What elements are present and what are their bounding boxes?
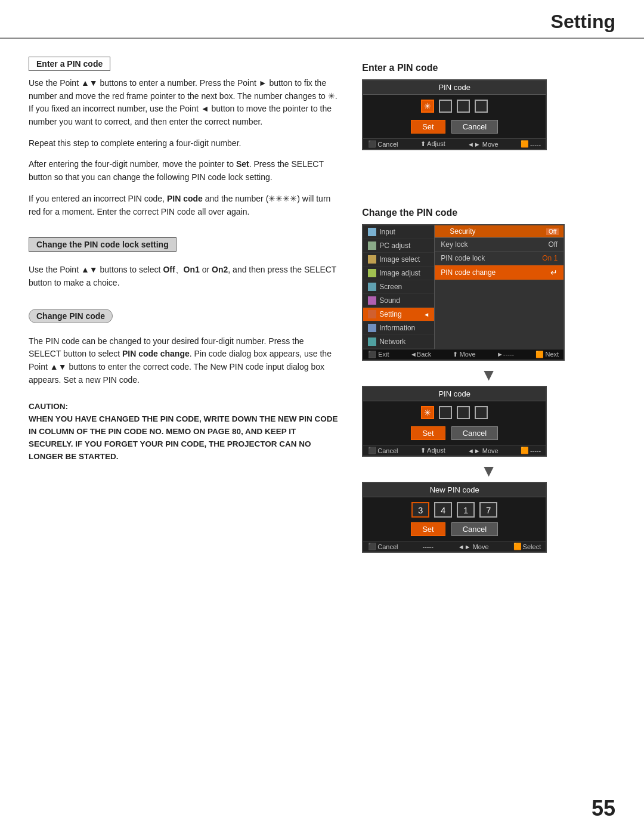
imgsel-icon [368,255,376,264]
pin-dot-2-2 [439,406,452,419]
info-icon [368,324,376,332]
pinlock-value: On 1 [542,254,558,262]
menu-item-info[interactable]: Information [363,321,434,335]
page-footer: 55 [592,796,615,821]
pin-ui-bar: ⬛ Cancel ⬆ Adjust ◄► Move 🟧 ----- [363,138,546,149]
enter-pin-label: Enter a PIN code [36,59,103,69]
keylock-value: Off [548,240,558,249]
caution-block: CAUTION: WHEN YOU HAVE CHANGED THE PIN C… [29,401,338,463]
pin-code-title-2: PIN code [363,387,546,401]
new-pin-bar-move: ◄► Move [458,543,489,550]
new-pin-set-button[interactable]: Set [411,522,445,536]
menu-bar-dash: ►----- [497,351,514,358]
menu-right-pinlock[interactable]: PIN code lock On 1 [435,252,564,265]
pin-set-button[interactable]: Set [411,120,445,134]
pin-bar2-move: ◄► Move [467,447,499,454]
security-badge: Off [546,228,559,235]
menu-item-setting-label: Setting [379,310,401,318]
new-pin-digit-2: 4 [434,502,452,518]
caution-text: CAUTION: WHEN YOU HAVE CHANGED THE PIN C… [29,401,338,463]
pin-code-body: ✳ [363,95,546,117]
menu-left: Input PC adjust Image select Image adjus… [363,225,435,349]
menu-body: Input PC adjust Image select Image adjus… [363,225,564,349]
new-pin-digit-1: 3 [411,502,429,518]
new-pin-digit-4: 7 [479,502,497,518]
menu-item-sound-label: Sound [379,296,400,305]
new-pin-dialog: New PIN code 3 4 1 7 Set Cancel [362,482,547,553]
menu-item-imgadj[interactable]: Image adjust [363,267,434,280]
new-pin-digit-3: 1 [457,502,475,518]
menu-item-setting[interactable]: Setting ◄ [363,308,434,321]
menu-right-pinchange[interactable]: PIN code change ↵ [435,265,564,280]
menu-bar-exit: ⬛ Exit [368,351,389,358]
pin-set-button-2[interactable]: Set [411,426,445,440]
pin-bar-select: 🟧 ----- [521,140,541,148]
menu-item-imgsel[interactable]: Image select [363,253,434,267]
menu-item-input-label: Input [379,228,395,236]
pin-code-body-2: ✳ [363,401,546,424]
main-content: Enter a PIN code Use the Point ▲▼ button… [0,39,644,592]
arrow-down-2: ▼ [362,463,615,479]
new-pin-buttons: Set Cancel [363,520,546,541]
pin-bar2-menu: ⬛ Cancel [368,447,398,454]
change-pin-text: The PIN code can be changed to your desi… [29,335,338,387]
page-title: Setting [29,11,615,33]
menu-item-sound[interactable]: Sound [363,294,434,308]
menu-bar-next: 🟧 Next [535,351,559,358]
pin-buttons-2: Set Cancel [363,424,546,445]
menu-item-screen[interactable]: Screen [363,280,434,294]
menu-item-pc[interactable]: PC adjust [363,239,434,253]
menu-right: Security Off Key lock Off PIN code lock … [435,225,564,349]
menu-bar-back: ◄Back [410,351,431,358]
menu-mockup: Input PC adjust Image select Image adjus… [362,224,565,361]
pin-bar2-select: 🟧 ----- [521,447,541,454]
menu-item-info-label: Information [379,324,415,332]
pin-bar-menu: ⬛ Cancel [368,140,398,148]
menu-item-input[interactable]: Input [363,225,434,239]
menu-item-network-label: Network [379,337,405,346]
new-pin-digits: 3 4 1 7 [363,497,546,520]
pin-dot-2-1: ✳ [421,406,434,419]
right-change-pin-heading: Change the PIN code [362,208,615,218]
pin-bar-move: ◄► Move [467,140,499,148]
menu-bar: ⬛ Exit ◄Back ⬆ Move ►----- 🟧 Next [363,349,564,360]
security-icon [439,228,447,235]
pin-bar2-adjust: ⬆ Adjust [420,447,445,454]
enter-pin-text2: Repeat this step to complete entering a … [29,137,338,150]
new-pin-bar-dash: ----- [422,543,433,550]
security-header: Security Off [435,225,564,238]
new-pin-bar-cancel: ⬛ Cancel [368,543,398,550]
left-column: Enter a PIN code Use the Point ▲▼ button… [29,57,338,556]
input-icon [368,228,376,236]
pinlock-label: PIN code lock [441,254,485,262]
pin-code-title: PIN code [363,80,546,95]
setting-icon [368,310,376,318]
pin-dot-2 [439,100,452,113]
pin-buttons: Set Cancel [363,117,546,138]
arrow-down-1: ▼ [362,367,615,383]
pin-dot-1: ✳ [421,100,434,113]
new-pin-bar: ⬛ Cancel ----- ◄► Move 🟧 Select [363,541,546,552]
change-lock-label-box: Change the PIN code lock setting [29,237,177,252]
pin-dot-2-4 [475,406,488,419]
pinchange-label: PIN code change [441,268,496,277]
new-pin-title: New PIN code [363,483,546,497]
change-pin-label-box: Change PIN code [29,309,113,323]
caution-heading: CAUTION: [29,402,68,411]
screen-icon [368,283,376,291]
pin-bar-adjust: ⬆ Adjust [420,140,445,148]
enter-pin-label-box: Enter a PIN code [29,57,110,71]
right-column: Enter a PIN code PIN code ✳ Set Cancel ⬛… [362,57,615,556]
new-pin-cancel-button[interactable]: Cancel [451,522,498,536]
pin-ui-bar-2: ⬛ Cancel ⬆ Adjust ◄► Move 🟧 ----- [363,445,546,456]
pin-cancel-button-2[interactable]: Cancel [451,426,498,440]
change-lock-label: Change the PIN code lock setting [36,240,169,249]
enter-pin-text1: Use the Point ▲▼ buttons to enter a numb… [29,77,338,129]
menu-item-network[interactable]: Network [363,335,434,349]
menu-bar-move: ⬆ Move [453,351,476,358]
page-header: Setting [0,0,644,39]
menu-right-keylock[interactable]: Key lock Off [435,238,564,252]
pin-cancel-button[interactable]: Cancel [451,120,498,134]
change-lock-text: Use the Point ▲▼ buttons to select Off、O… [29,264,338,289]
pin-code-dialog-2: PIN code ✳ Set Cancel ⬛ Cancel ⬆ Adjust … [362,386,547,457]
